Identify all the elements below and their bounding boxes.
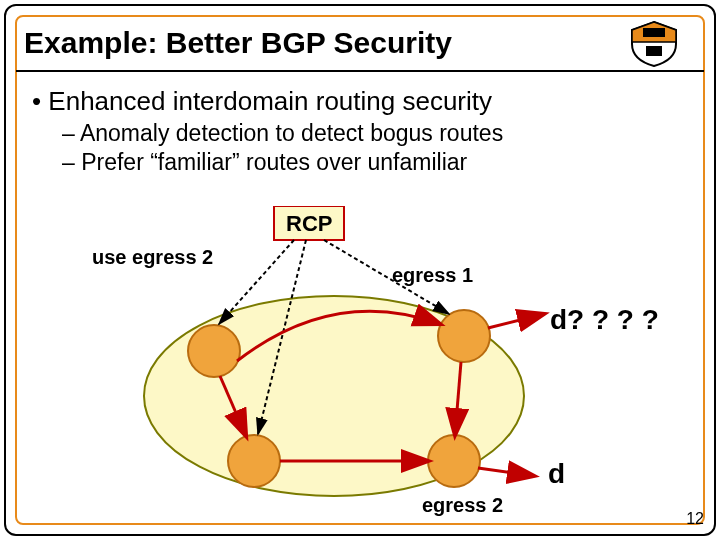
slide-frame: Example: Better BGP Security Enhanced in… <box>4 4 716 536</box>
title-bar: Example: Better BGP Security <box>16 16 704 72</box>
rcp-label: RCP <box>286 211 332 237</box>
node-egress2 <box>428 435 480 487</box>
link-e1-out <box>488 314 544 328</box>
svg-rect-1 <box>643 28 665 37</box>
node-egress1 <box>438 310 490 362</box>
princeton-crest-icon <box>624 20 684 68</box>
slide-title: Example: Better BGP Security <box>24 26 452 60</box>
egress2-label: egress 2 <box>422 494 503 517</box>
d-label: d <box>548 458 565 490</box>
bullet-sub-2: Prefer “familiar” routes over unfamiliar <box>62 148 696 177</box>
page-number: 12 <box>686 510 704 528</box>
bullet-main: Enhanced interdomain routing security <box>32 86 696 117</box>
content-area: Enhanced interdomain routing security An… <box>24 86 696 516</box>
node-top-left <box>188 325 240 377</box>
bullet-sub-1: Anomaly detection to detect bogus routes <box>62 119 696 148</box>
d-question-label: d? ? ? ? <box>550 304 659 336</box>
node-bottom-left <box>228 435 280 487</box>
egress1-label: egress 1 <box>392 264 473 287</box>
link-e2-out <box>478 468 534 476</box>
network-diagram: RCP use egress 2 egress 1 d? ? ? ? d egr… <box>24 206 696 516</box>
use-egress2-label: use egress 2 <box>92 246 213 269</box>
svg-rect-0 <box>646 46 662 56</box>
